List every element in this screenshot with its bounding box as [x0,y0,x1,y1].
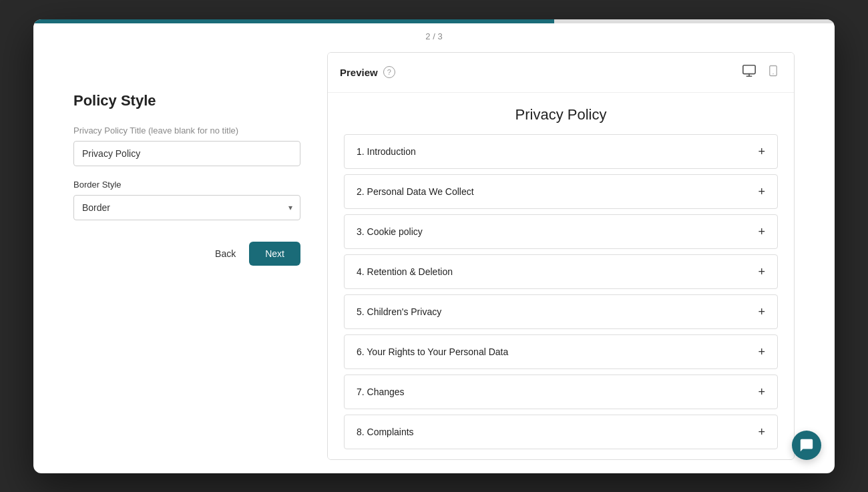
preview-label: Preview [340,67,378,78]
left-panel: Policy Style Privacy Policy Title (leave… [73,52,300,460]
desktop-view-button[interactable] [739,62,759,83]
policy-preview-title: Privacy Policy [344,106,778,124]
preview-panel: Preview ? [327,52,795,460]
accordion-container: 1. Introduction+2. Personal Data We Coll… [344,134,778,449]
accordion-expand-icon: + [758,186,765,198]
next-button[interactable]: Next [249,242,300,266]
accordion-item: 5. Children's Privacy+ [344,294,778,329]
accordion-label: 6. Your Rights to Your Personal Data [357,346,508,357]
accordion-label: 4. Retention & Deletion [357,266,453,277]
back-button[interactable]: Back [215,248,236,259]
accordion-row[interactable]: 3. Cookie policy+ [345,215,777,248]
mobile-view-button[interactable] [765,62,782,83]
chat-bubble-button[interactable] [792,431,821,460]
accordion-item: 1. Introduction+ [344,134,778,169]
border-style-select-wrapper: Border Shadow None ▾ [73,195,300,220]
privacy-policy-title-input[interactable] [73,141,300,166]
button-row: Back Next [73,242,300,266]
accordion-expand-icon: + [758,146,765,158]
accordion-row[interactable]: 6. Your Rights to Your Personal Data+ [345,335,777,368]
preview-body: Privacy Policy 1. Introduction+2. Person… [328,93,794,459]
accordion-row[interactable]: 2. Personal Data We Collect+ [345,175,777,208]
accordion-label: 3. Cookie policy [357,226,423,237]
svg-rect-3 [770,65,777,75]
accordion-label: 1. Introduction [357,146,416,157]
accordion-expand-icon: + [758,226,765,238]
main-content: Policy Style Privacy Policy Title (leave… [33,52,835,473]
border-style-select[interactable]: Border Shadow None [73,195,300,220]
accordion-row[interactable]: 8. Complaints+ [345,415,777,449]
preview-header: Preview ? [328,53,794,93]
accordion-item: 4. Retention & Deletion+ [344,254,778,289]
accordion-item: 8. Complaints+ [344,415,778,449]
accordion-label: 5. Children's Privacy [357,306,441,317]
accordion-row[interactable]: 5. Children's Privacy+ [345,295,777,328]
accordion-row[interactable]: 1. Introduction+ [345,135,777,168]
border-style-label: Border Style [73,180,300,190]
progress-text: 2 / 3 [33,23,835,52]
section-title: Policy Style [73,92,300,109]
accordion-item: 2. Personal Data We Collect+ [344,174,778,209]
privacy-policy-title-label: Privacy Policy Title (leave blank for no… [73,126,300,136]
accordion-expand-icon: + [758,306,765,318]
help-icon[interactable]: ? [383,66,395,78]
accordion-expand-icon: + [758,386,765,398]
accordion-label: 7. Changes [357,387,405,397]
svg-rect-0 [743,65,755,73]
device-icons [739,62,782,83]
accordion-expand-icon: + [758,426,765,438]
accordion-row[interactable]: 7. Changes+ [345,375,777,409]
privacy-policy-title-group: Privacy Policy Title (leave blank for no… [73,126,300,166]
accordion-expand-icon: + [758,266,765,278]
accordion-expand-icon: + [758,346,765,358]
accordion-label: 8. Complaints [357,427,414,437]
accordion-row[interactable]: 4. Retention & Deletion+ [345,255,777,288]
accordion-item: 7. Changes+ [344,375,778,409]
accordion-label: 2. Personal Data We Collect [357,186,474,197]
accordion-item: 3. Cookie policy+ [344,214,778,249]
screen-wrapper: 2 / 3 Policy Style Privacy Policy Title … [33,19,835,473]
accordion-item: 6. Your Rights to Your Personal Data+ [344,334,778,369]
preview-title-row: Preview ? [340,66,395,78]
border-style-group: Border Style Border Shadow None ▾ [73,180,300,220]
